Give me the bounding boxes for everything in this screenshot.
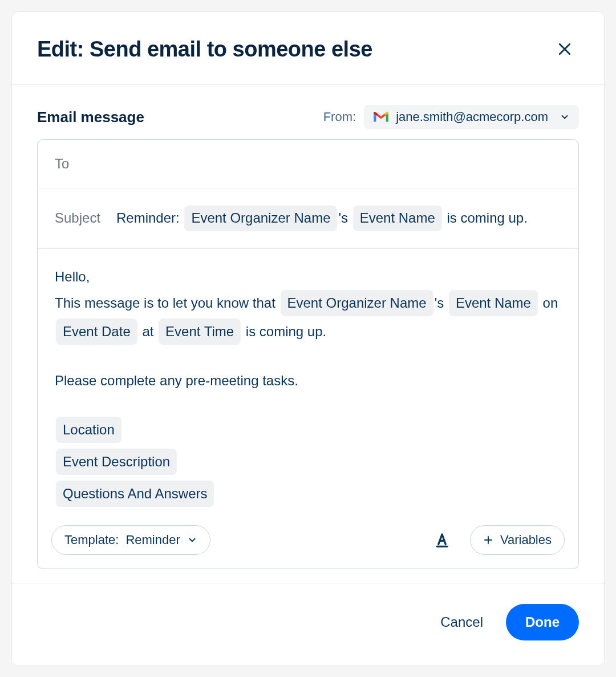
to-label: To [55,156,69,172]
toolbar-right: Variables [430,525,565,555]
chevron-down-icon [187,535,197,545]
body-text: is coming up. [242,324,326,339]
variable-chip-qa[interactable]: Questions And Answers [56,481,214,507]
subject-text-seg: Reminder: [116,210,183,225]
email-editor: To Subject Reminder: Event Organizer Nam… [37,139,579,569]
body-paragraph: Hello, This message is to let you know t… [55,265,561,346]
template-selector[interactable]: Template: Reminder [51,525,210,555]
variable-chip-location[interactable]: Location [56,417,121,443]
body-text: at [139,324,157,339]
modal-body: Email message From: jane.smith@acmecorp.… [12,84,604,583]
body-variable-list: Location Event Description Questions And… [55,416,561,508]
editor-toolbar: Template: Reminder [38,519,578,569]
text-format-icon [433,531,451,549]
template-label-prefix: Template: [64,533,119,547]
plus-icon [483,535,493,545]
modal-title: Edit: Send email to someone else [37,37,372,62]
subject-label: Subject [55,210,106,226]
body-field[interactable]: Hello, This message is to let you know t… [38,249,578,519]
variable-chip-event-date[interactable]: Event Date [56,319,137,345]
variable-chip-event-time[interactable]: Event Time [159,319,241,345]
to-field[interactable]: To [38,140,578,188]
from-email: jane.smith@acmecorp.com [396,110,548,124]
cancel-button[interactable]: Cancel [438,610,485,635]
subject-content: Reminder: Event Organizer Name's Event N… [116,204,561,232]
chevron-down-icon [560,112,570,122]
modal-footer: Cancel Done [12,583,604,666]
body-text: on [539,295,558,311]
variables-label: Variables [500,533,552,547]
close-icon [556,41,573,58]
modal-header: Edit: Send email to someone else [12,12,604,84]
variables-button[interactable]: Variables [470,525,565,555]
body-text: This message is to let you know that [55,295,279,311]
variable-chip-event-name[interactable]: Event Name [449,290,538,316]
body-text: 's [435,295,448,311]
variable-chip-description[interactable]: Event Description [56,449,177,475]
done-button[interactable]: Done [506,604,579,640]
text-format-button[interactable] [430,528,454,552]
body-greeting: Hello, [55,269,90,284]
close-button[interactable] [550,35,579,63]
body-text: Please complete any pre-meeting tasks. [55,373,298,388]
section-label: Email message [37,108,144,126]
variable-chip-event-name[interactable]: Event Name [353,205,442,231]
subject-text-seg: 's [338,210,351,225]
gmail-icon [373,111,389,123]
subject-field[interactable]: Subject Reminder: Event Organizer Name's… [38,188,578,249]
subject-text-seg: is coming up. [443,210,528,225]
body-paragraph: Please complete any pre-meeting tasks. [55,369,561,393]
template-name: Reminder [125,533,180,547]
section-header-row: Email message From: jane.smith@acmecorp.… [37,105,579,129]
from-label: From: [323,110,356,124]
variable-chip-organizer[interactable]: Event Organizer Name [184,205,337,231]
from-wrap: From: jane.smith@acmecorp.com [323,105,579,129]
edit-email-modal: Edit: Send email to someone else Email m… [11,11,605,666]
from-account-selector[interactable]: jane.smith@acmecorp.com [364,105,579,129]
variable-chip-organizer[interactable]: Event Organizer Name [281,290,433,316]
